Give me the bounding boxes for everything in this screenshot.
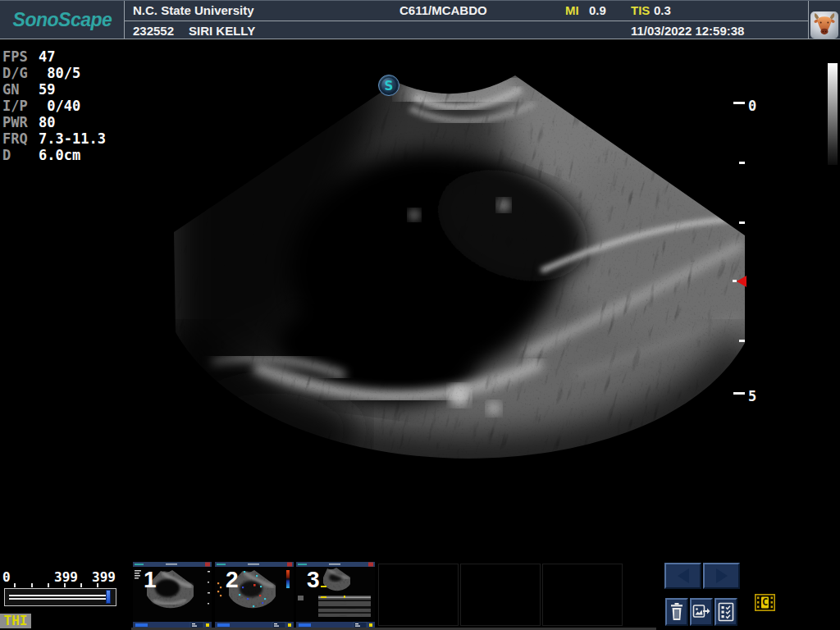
tgc-tick (31, 583, 33, 587)
ultrasound-screen: S 0 5 SonoScape N.C. State University C6… (0, 0, 840, 630)
param-depth: D6.0cm (2, 147, 106, 163)
thumbnail-empty-slot (460, 564, 541, 626)
thumbnail-strip: 1 2 (131, 561, 656, 630)
thumbnail-number: 2 (226, 567, 239, 592)
checklist-icon (718, 602, 734, 622)
doppler-color-bar (286, 570, 290, 588)
thumbnail-3[interactable]: 3 (296, 561, 375, 628)
param-dg: D/G 80/5 (2, 65, 106, 81)
export-image-button[interactable] (690, 598, 713, 626)
tis-label: TIS (631, 1, 650, 21)
tgc-tick (48, 583, 49, 587)
thumbnail-empty-slot (542, 564, 623, 626)
grayscale-map-bar (828, 63, 838, 165)
tgc-tick (14, 583, 16, 587)
header-bar: SonoScape N.C. State University C611/MCA… (0, 0, 840, 39)
cow-head-icon (810, 11, 838, 39)
trash-icon (669, 602, 685, 622)
cine-film-icon: C (755, 594, 775, 611)
export-icon (692, 602, 710, 622)
patient-id: 232552 (133, 21, 174, 41)
param-fps: FPS47 (2, 48, 106, 65)
mi-value: 0.9 (589, 1, 606, 21)
tgc-curve-line (9, 598, 107, 600)
probe-preset: C611/MCABDO (399, 1, 487, 21)
tgc-scale-label: 0 (2, 569, 11, 585)
thumbnail-1[interactable]: 1 (133, 561, 212, 628)
tgc-tick (97, 583, 98, 587)
param-gn: GN59 (2, 81, 106, 98)
thumbnail-close-icon[interactable] (368, 563, 373, 567)
tgc-slider-track[interactable] (4, 588, 116, 606)
mi-label: MI (565, 1, 579, 21)
exam-datetime: 11/03/2022 12:59:38 (631, 21, 744, 41)
animal-preset-button[interactable] (810, 11, 838, 39)
next-page-button[interactable] (703, 563, 740, 589)
tgc-tick (80, 583, 82, 587)
imaging-parameters: FPS47 D/G 80/5 GN59 I/P 0/40 PWR80 FRQ7.… (2, 48, 106, 163)
patient-name: SIRI KELLY (189, 21, 255, 41)
brand-logo: SonoScape (2, 1, 123, 39)
arrow-left-icon (678, 568, 689, 583)
brand-name: SonoScape (13, 9, 112, 31)
thumbnail-empty-slot (378, 564, 459, 626)
institution-name: N.C. State University (133, 1, 254, 21)
param-frq: FRQ7.3-11.3 (2, 130, 106, 147)
thumbnail-number: 1 (144, 567, 157, 592)
thumbnail-number: 3 (307, 567, 320, 592)
orientation-marker-icon: S (379, 75, 399, 96)
tgc-slider-handle[interactable] (106, 590, 111, 604)
bmode-sector (24, 0, 840, 630)
arrow-right-icon (716, 568, 728, 583)
tgc-scale-label: 399 (54, 569, 78, 585)
svg-text:S: S (385, 79, 394, 94)
tgc-curve-line (9, 595, 107, 596)
param-ip: I/P 0/40 (2, 98, 106, 114)
thi-status-badge: THI (0, 614, 31, 628)
tgc-panel: 0 399 399 (0, 566, 123, 611)
thumbnail-close-icon[interactable] (287, 563, 292, 567)
thumbnail-2[interactable]: 2 (215, 561, 294, 628)
param-pwr: PWR80 (2, 114, 106, 130)
tgc-tick (64, 583, 66, 587)
svg-text:5: 5 (748, 388, 756, 404)
svg-text:0: 0 (748, 98, 756, 114)
ultrasound-image: S 0 5 (0, 0, 840, 630)
cine-loaded-indicator: C (755, 594, 775, 611)
tgc-scale-label: 399 (92, 569, 116, 585)
report-checklist-button[interactable] (714, 598, 737, 626)
header-divider (808, 1, 809, 39)
prev-page-button[interactable] (664, 563, 701, 589)
tis-value: 0.3 (654, 1, 671, 21)
thumbnail-close-icon[interactable] (205, 563, 210, 567)
svg-text:C: C (762, 596, 768, 608)
delete-image-button[interactable] (665, 598, 688, 626)
